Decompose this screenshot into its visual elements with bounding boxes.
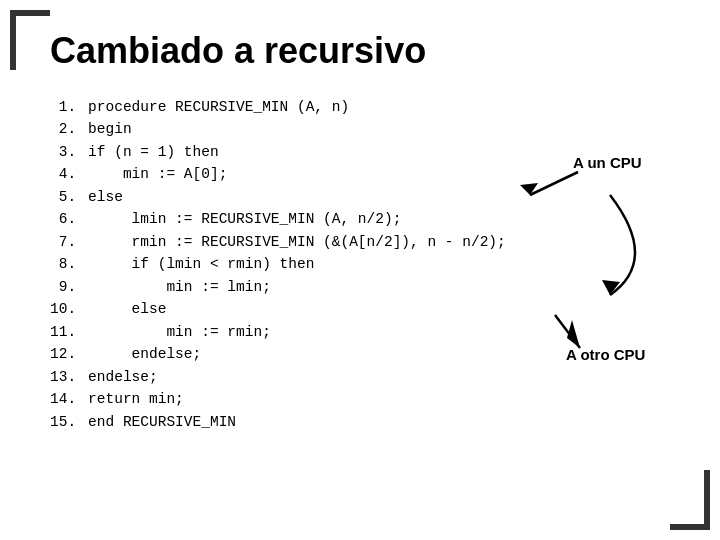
line-num: 7. — [50, 231, 76, 253]
line-num: 15. — [50, 411, 76, 433]
line-num: 14. — [50, 388, 76, 410]
code-line-8: if (lmin < rmin) then — [88, 253, 680, 275]
slide-title: Cambiado a recursivo — [50, 30, 680, 72]
line-numbers: 1. 2. 3. 4. 5. 6. 7. 8. 9. 10. 11. 12. 1… — [50, 96, 88, 433]
code-line-2: begin — [88, 118, 680, 140]
line-num: 2. — [50, 118, 76, 140]
code-line-15: end RECURSIVE_MIN — [88, 411, 680, 433]
line-num: 9. — [50, 276, 76, 298]
code-line-11: min := rmin; — [88, 321, 680, 343]
line-num: 8. — [50, 253, 76, 275]
code-line-12: endelse; — [88, 343, 680, 365]
code-block: 1. 2. 3. 4. 5. 6. 7. 8. 9. 10. 11. 12. 1… — [50, 96, 680, 433]
code-line-4: min := A[0]; — [88, 163, 680, 185]
code-line-9: min := lmin; — [88, 276, 680, 298]
code-lines: procedure RECURSIVE_MIN (A, n) begin if … — [88, 96, 680, 433]
code-line-1: procedure RECURSIVE_MIN (A, n) — [88, 96, 680, 118]
line-num: 13. — [50, 366, 76, 388]
code-line-14: return min; — [88, 388, 680, 410]
code-line-6: lmin := RECURSIVE_MIN (A, n/2); — [88, 208, 680, 230]
slide: Cambiado a recursivo 1. 2. 3. 4. 5. 6. 7… — [0, 0, 720, 540]
line-num: 11. — [50, 321, 76, 343]
code-line-13: endelse; — [88, 366, 680, 388]
line-num: 3. — [50, 141, 76, 163]
line-num: 12. — [50, 343, 76, 365]
line-num: 1. — [50, 96, 76, 118]
corner-bottom-right-decoration — [704, 470, 710, 530]
code-line-3: if (n = 1) then — [88, 141, 680, 163]
code-line-5: else — [88, 186, 680, 208]
line-num: 4. — [50, 163, 76, 185]
code-line-7: rmin := RECURSIVE_MIN (&(A[n/2]), n - n/… — [88, 231, 680, 253]
line-num: 5. — [50, 186, 76, 208]
corner-top-left-decoration — [10, 10, 16, 70]
line-num: 6. — [50, 208, 76, 230]
code-line-10: else — [88, 298, 680, 320]
line-num: 10. — [50, 298, 76, 320]
